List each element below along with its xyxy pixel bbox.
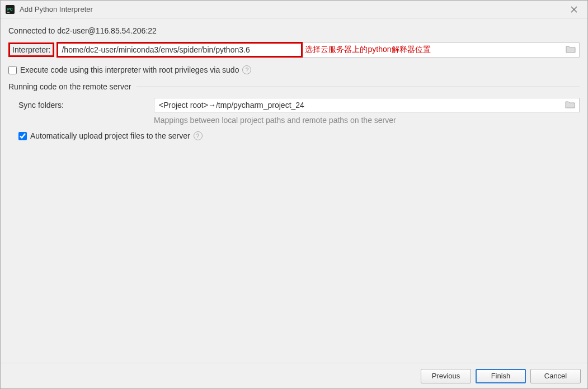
titlebar: PC Add Python Interpreter: [1, 1, 587, 18]
remote-section-title: Running code on the remote server: [8, 82, 137, 91]
close-icon[interactable]: [565, 2, 583, 17]
dialog-window: PC Add Python Interpreter Connected to d…: [0, 0, 588, 389]
svg-rect-2: [7, 12, 10, 13]
interpreter-path-highlight: [57, 42, 303, 58]
remote-section-header: Running code on the remote server: [8, 82, 580, 91]
sync-folders-label: Sync folders:: [18, 101, 154, 110]
sync-folders-input-wrap: [154, 98, 580, 112]
button-bar: Previous Finish Cancel: [1, 363, 587, 388]
sync-browse-folder-icon[interactable]: [565, 101, 575, 110]
window-title: Add Python Interpreter: [20, 5, 565, 13]
svg-text:PC: PC: [7, 7, 13, 11]
interpreter-label: Interpreter:: [12, 45, 50, 54]
connection-status: Connected to dc2-user@116.85.54.206:22: [8, 25, 580, 36]
auto-upload-row: Automatically upload project files to th…: [8, 131, 580, 140]
sync-folders-input[interactable]: [154, 98, 580, 112]
sudo-row: Execute code using this interpreter with…: [8, 64, 580, 82]
interpreter-path-extension: 选择云服务器上的python解释器位置: [303, 42, 580, 58]
interpreter-path-input[interactable]: [58, 44, 301, 56]
section-divider: [137, 87, 580, 87]
previous-button[interactable]: Previous: [421, 369, 471, 383]
auto-upload-label[interactable]: Automatically upload project files to th…: [30, 131, 190, 140]
dialog-content: Connected to dc2-user@116.85.54.206:22 I…: [1, 18, 587, 363]
interpreter-label-highlight: Interpreter:: [8, 42, 54, 57]
interpreter-row: Interpreter: 选择云服务器上的python解释器位置: [8, 42, 580, 58]
finish-button[interactable]: Finish: [476, 369, 526, 383]
sync-mappings-hint: Mappings between local project paths and…: [8, 116, 580, 125]
sync-folders-row: Sync folders:: [8, 98, 580, 112]
sudo-checkbox[interactable]: [8, 66, 17, 74]
auto-upload-checkbox[interactable]: [18, 132, 27, 140]
pycharm-icon: PC: [5, 4, 15, 15]
interpreter-annotation: 选择云服务器上的python解释器位置: [303, 45, 430, 55]
help-icon[interactable]: ?: [194, 131, 203, 140]
cancel-button[interactable]: Cancel: [530, 369, 581, 383]
browse-folder-icon[interactable]: [566, 45, 576, 55]
help-icon[interactable]: ?: [242, 65, 251, 74]
sudo-label[interactable]: Execute code using this interpreter with…: [20, 65, 239, 74]
